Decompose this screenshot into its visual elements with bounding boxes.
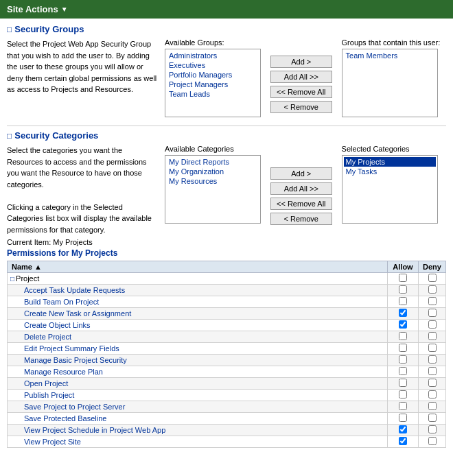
perm-name-cell: Create Object Links	[8, 320, 388, 331]
list-item[interactable]: Administrators	[167, 51, 259, 60]
allow-cell[interactable]	[388, 355, 419, 366]
perm-name: Delete Project	[10, 333, 71, 341]
allow-checkbox[interactable]	[399, 309, 407, 317]
available-groups-listbox[interactable]: Administrators Executives Portfolio Mana…	[165, 49, 261, 117]
selected-categories-listbox[interactable]: My Projects My Tasks	[342, 155, 438, 224]
allow-checkbox[interactable]	[399, 355, 407, 364]
sort-icon[interactable]: ▲	[34, 263, 42, 271]
remove-button[interactable]: < Remove	[270, 101, 332, 113]
expand-icon[interactable]: □	[10, 275, 14, 283]
deny-checkbox[interactable]	[428, 414, 437, 422]
available-categories-listbox[interactable]: My Direct Reports My Organization My Res…	[165, 155, 261, 224]
deny-checkbox[interactable]	[428, 320, 437, 329]
deny-checkbox[interactable]	[428, 355, 437, 364]
cat-remove-button[interactable]: < Remove	[270, 213, 332, 225]
deny-checkbox[interactable]	[428, 402, 437, 410]
deny-cell[interactable]	[419, 366, 446, 378]
list-item[interactable]: My Resources	[167, 176, 259, 186]
list-item[interactable]: Team Leads	[167, 89, 259, 99]
allow-cell[interactable]	[388, 331, 419, 343]
allow-checkbox[interactable]	[399, 285, 407, 294]
table-row: Create Object Links	[8, 320, 446, 331]
deny-cell[interactable]	[419, 273, 446, 285]
allow-checkbox[interactable]	[399, 367, 407, 375]
deny-checkbox[interactable]	[428, 344, 437, 352]
deny-cell[interactable]	[419, 401, 446, 413]
perm-name: View Project Schedule in Project Web App	[10, 426, 165, 434]
allow-checkbox[interactable]	[399, 437, 407, 445]
list-item[interactable]: Team Members	[344, 51, 436, 60]
deny-cell[interactable]	[419, 425, 446, 436]
cat-add-all-button[interactable]: Add All >>	[270, 182, 332, 195]
list-item[interactable]: My Projects	[344, 157, 436, 167]
deny-cell[interactable]	[419, 436, 446, 448]
allow-cell[interactable]	[388, 401, 419, 413]
table-row: Manage Resource Plan	[8, 366, 446, 378]
allow-checkbox[interactable]	[399, 320, 407, 329]
allow-checkbox[interactable]	[399, 274, 407, 282]
table-row: Create New Task or Assignment	[8, 308, 446, 320]
list-item[interactable]: Executives	[167, 60, 259, 70]
allow-cell[interactable]	[388, 343, 419, 355]
list-item[interactable]: My Organization	[167, 167, 259, 176]
allow-cell[interactable]	[388, 413, 419, 425]
security-groups-icon: □	[7, 25, 12, 34]
allow-checkbox[interactable]	[399, 344, 407, 352]
cat-add-button[interactable]: Add >	[270, 167, 332, 180]
allow-cell[interactable]	[388, 320, 419, 331]
allow-checkbox[interactable]	[399, 390, 407, 398]
deny-cell[interactable]	[419, 331, 446, 343]
deny-checkbox[interactable]	[428, 437, 437, 445]
allow-checkbox[interactable]	[399, 297, 407, 305]
allow-checkbox[interactable]	[399, 425, 407, 433]
allow-checkbox[interactable]	[399, 402, 407, 410]
allow-cell[interactable]	[388, 273, 419, 285]
deny-cell[interactable]	[419, 378, 446, 390]
table-row: Save Project to Project Server	[8, 401, 446, 413]
allow-checkbox[interactable]	[399, 332, 407, 340]
deny-cell[interactable]	[419, 413, 446, 425]
deny-cell[interactable]	[419, 285, 446, 296]
allow-checkbox[interactable]	[399, 414, 407, 422]
deny-cell[interactable]	[419, 308, 446, 320]
deny-checkbox[interactable]	[428, 367, 437, 375]
allow-cell[interactable]	[388, 285, 419, 296]
allow-cell[interactable]	[388, 296, 419, 308]
deny-cell[interactable]	[419, 320, 446, 331]
deny-checkbox[interactable]	[428, 425, 437, 433]
deny-checkbox[interactable]	[428, 297, 437, 305]
allow-cell[interactable]	[388, 390, 419, 401]
deny-cell[interactable]	[419, 343, 446, 355]
list-item[interactable]: Portfolio Managers	[167, 70, 259, 80]
list-item[interactable]: My Direct Reports	[167, 157, 259, 167]
dropdown-arrow-icon[interactable]: ▼	[61, 5, 68, 13]
perm-name: Project	[16, 274, 39, 283]
add-all-button[interactable]: Add All >>	[270, 71, 332, 83]
deny-cell[interactable]	[419, 296, 446, 308]
remove-all-button[interactable]: << Remove All	[270, 86, 332, 98]
deny-checkbox[interactable]	[428, 379, 437, 387]
permissions-table: Name ▲ Allow Deny □ProjectAccept Task Up…	[7, 261, 446, 448]
allow-cell[interactable]	[388, 308, 419, 320]
allow-cell[interactable]	[388, 378, 419, 390]
selected-groups-listbox[interactable]: Team Members	[342, 49, 438, 117]
list-item[interactable]: Project Managers	[167, 80, 259, 89]
deny-cell[interactable]	[419, 355, 446, 366]
allow-cell[interactable]	[388, 436, 419, 448]
list-item[interactable]: My Tasks	[344, 167, 436, 176]
security-groups-controls: Available Groups: Administrators Executi…	[165, 38, 446, 117]
allow-checkbox[interactable]	[399, 379, 407, 387]
site-actions-label[interactable]: Site Actions	[7, 4, 58, 14]
deny-checkbox[interactable]	[428, 390, 437, 398]
allow-cell[interactable]	[388, 425, 419, 436]
deny-checkbox[interactable]	[428, 285, 437, 294]
cat-remove-all-button[interactable]: << Remove All	[270, 198, 332, 210]
add-button[interactable]: Add >	[270, 56, 332, 68]
perm-name-cell: Manage Resource Plan	[8, 366, 388, 378]
allow-cell[interactable]	[388, 366, 419, 378]
deny-checkbox[interactable]	[428, 274, 437, 282]
deny-checkbox[interactable]	[428, 332, 437, 340]
deny-checkbox[interactable]	[428, 309, 437, 317]
available-categories-label: Available Categories	[165, 145, 261, 153]
deny-cell[interactable]	[419, 390, 446, 401]
